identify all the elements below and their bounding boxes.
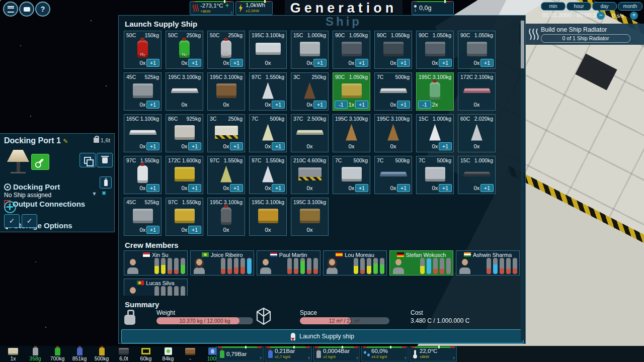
environment-gauge[interactable]: 0,21Bar ±1,7 kg/d ? (265, 346, 312, 361)
increase-button[interactable]: +1 (355, 184, 368, 192)
time-button-day[interactable]: day (592, 2, 617, 11)
resource-indicator[interactable]: 84kg (157, 346, 179, 362)
supply-item[interactable]: 50C 250kg CO₂ -1 0x +1 (207, 31, 245, 69)
supply-item[interactable]: 7C 500kg -1 0x +1 (333, 156, 370, 194)
supply-item[interactable]: 15C 1.000kg -1 0x +1 (458, 156, 496, 194)
increase-button[interactable]: +1 (146, 184, 159, 192)
increase-button[interactable]: +1 (355, 59, 368, 67)
copy-button[interactable] (79, 153, 96, 167)
supply-item[interactable]: 195C 3.100kg -1 0x +1 (207, 198, 245, 236)
time-button-hour[interactable]: hour (567, 2, 591, 11)
supply-item[interactable]: 172C 2.100kg -1 0x +1 (458, 72, 496, 111)
menu-button[interactable] (3, 2, 18, 17)
crew-card[interactable]: Ashwin Sharma (456, 250, 520, 276)
environment-gauge[interactable]: 22,0°C ±8kW ? (410, 346, 457, 361)
supply-item[interactable]: 45C 525kg -1 0x +1 (124, 72, 162, 111)
launch-supply-ship-button[interactable]: Launch Supply ship (121, 329, 524, 343)
supply-item[interactable]: 3C 250kg -1 0x +1 (291, 72, 329, 111)
crew-card[interactable]: Joice Ribeiro (190, 250, 254, 276)
supply-item[interactable]: 97C 1.550kg -1 0x +1 (249, 72, 287, 111)
crew-card[interactable]: Stefan Wokusch (389, 250, 453, 276)
increase-button[interactable]: +1 (313, 59, 327, 67)
supply-item[interactable]: 50C 250kg N₂ -1 0x +1 (166, 31, 203, 69)
supply-item[interactable]: 195C 3.100kg -1 0x +1 (374, 114, 412, 152)
help-button[interactable]: ? (35, 2, 50, 17)
supply-item[interactable]: 90C 1.050kg -1 0x +1 (333, 31, 370, 69)
speed-increase-button[interactable]: + (630, 12, 638, 20)
time-button-min[interactable]: min (541, 2, 566, 11)
increase-button[interactable]: +1 (397, 184, 410, 192)
resource-indicator[interactable]: 1x (2, 346, 24, 362)
environment-gauge[interactable]: 0,79Bar ? (216, 346, 264, 361)
scrollbar-thumb[interactable] (521, 21, 524, 68)
increase-button[interactable]: +1 (146, 101, 159, 109)
supply-item[interactable]: 195C 3.100kg -1 0x +1 (249, 31, 287, 69)
supply-item[interactable]: 195C 3.100kg -1 0x +1 (291, 198, 329, 236)
delete-button[interactable] (97, 153, 113, 167)
supply-item[interactable]: 195C 3.100kg -1 0x +1 (166, 72, 203, 111)
increase-button[interactable]: +1 (355, 101, 368, 109)
increase-button[interactable]: +1 (439, 59, 452, 67)
supply-item[interactable]: 90C 1.050kg -1 0x +1 (458, 31, 496, 69)
supply-item[interactable]: 165C 1.100kg -1 0x +1 (124, 114, 162, 152)
supply-item[interactable]: 97C 1.550kg -1 0x +1 (166, 198, 203, 236)
add-connection-button[interactable] (4, 201, 16, 213)
collapse-icon[interactable]: ▼ (92, 191, 97, 197)
supply-item[interactable]: 90C 1.050kg -1 0x +1 (374, 31, 412, 69)
repair-button[interactable] (31, 154, 49, 170)
supply-item[interactable]: 86C 925kg -1 0x +1 (166, 114, 203, 152)
crew-card[interactable]: Paul Martin (257, 250, 320, 276)
speed-decrease-button[interactable]: − (597, 12, 605, 20)
supply-item[interactable]: 97C 1.550kg -1 0x +1 (207, 156, 245, 194)
resource-indicator[interactable]: 60kg (135, 346, 157, 362)
increase-button[interactable]: +1 (230, 59, 243, 67)
time-button-month[interactable]: month (618, 2, 642, 11)
messages-button[interactable] (19, 2, 34, 17)
resource-indicator[interactable]: 6,0t (113, 346, 135, 362)
increase-button[interactable]: +1 (188, 59, 201, 67)
increase-button[interactable]: +1 (397, 101, 410, 109)
increase-button[interactable]: +1 (397, 59, 410, 67)
gravity-gauge[interactable]: ↓ 0,0g (412, 1, 454, 15)
clear-connections-icon[interactable]: ✖ (102, 190, 106, 197)
storage-option-in-checkbox[interactable]: ✓ (4, 214, 20, 228)
supply-item[interactable]: 195C 3.100kg -1 2x +1 (416, 72, 454, 111)
supply-item[interactable]: 45C 525kg -1 0x +1 (124, 198, 162, 236)
supply-item[interactable]: 90C 1.050kg -1 1x +1 (333, 72, 370, 111)
supply-item[interactable]: 195C 3.100kg -1 0x +1 (207, 72, 245, 111)
increase-button[interactable]: +1 (188, 142, 201, 150)
supply-item[interactable]: 210C 4.600kg -1 0x +1 (291, 156, 329, 194)
supply-item[interactable]: 97C 1.550kg -1 0x +1 (124, 156, 162, 194)
crew-card[interactable]: Xin Su (124, 250, 188, 276)
storage-option-out-checkbox[interactable]: ✓ (22, 214, 37, 228)
supply-item[interactable]: 3C 250kg -1 0x +1 (207, 114, 245, 152)
increase-button[interactable]: +1 (272, 101, 285, 109)
panel-scrollbar[interactable] (521, 19, 524, 340)
supply-item[interactable]: 15C 1.000kg -1 0x +1 (291, 31, 329, 69)
supply-item[interactable]: 50C 150kg H₂ -1 0x +1 (124, 31, 162, 69)
resource-indicator[interactable]: 358g (24, 346, 46, 362)
increase-button[interactable]: +1 (439, 142, 452, 150)
supply-item[interactable]: 172C 1.600kg -1 0x +1 (166, 156, 203, 194)
supply-item[interactable]: 90C 1.050kg -1 0x +1 (416, 31, 454, 69)
supply-item[interactable]: 195C 3.100kg -1 0x +1 (333, 114, 370, 152)
increase-button[interactable]: +1 (480, 184, 494, 192)
supply-item[interactable]: 15C 1.000kg -1 0x +1 (416, 114, 454, 152)
environment-gauge[interactable]: 0,0004Bar ±2 kg/d ? (313, 346, 360, 361)
increase-button[interactable]: +1 (146, 59, 159, 67)
increase-button[interactable]: +1 (146, 142, 159, 150)
crew-card[interactable]: Lucas Silva (124, 279, 188, 296)
environment-gauge[interactable]: 60,0% ±4,6 kg/d ? (361, 346, 409, 361)
increase-button[interactable]: +1 (313, 101, 327, 109)
supply-item[interactable]: 7C 500kg -1 0x +1 (249, 114, 287, 152)
resource-indicator[interactable]: 851kg (68, 346, 91, 362)
supply-item[interactable]: 97C 1.550kg -1 0x +1 (249, 156, 287, 194)
increase-button[interactable]: +1 (230, 184, 243, 192)
supply-item[interactable]: 60C 2.020kg -1 0x +1 (458, 114, 496, 152)
power-gauge[interactable]: 1,0kWh ±2,2kW (235, 1, 273, 15)
supply-item[interactable]: 7C 500kg -1 0x +1 (374, 156, 412, 194)
resource-indicator[interactable]: 500kg (91, 346, 113, 362)
resource-indicator[interactable]: - (179, 346, 201, 362)
increase-button[interactable]: +1 (146, 226, 159, 234)
increase-button[interactable]: +1 (439, 184, 452, 192)
